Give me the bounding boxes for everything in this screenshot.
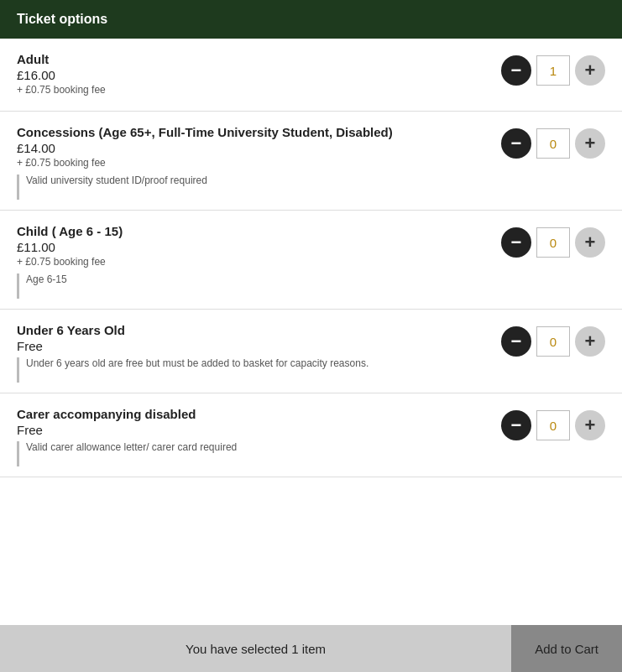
ticket-info-carer: Carer accompanying disabledFreeValid car… — [17, 407, 501, 466]
quantity-input-concessions[interactable] — [536, 128, 570, 159]
ticket-note-concessions: Valid university student ID/proof requir… — [17, 174, 501, 200]
ticket-name-child: Child ( Age 6 - 15) — [17, 224, 501, 238]
footer-bar: You have selected 1 item Add to Cart — [0, 625, 622, 672]
main-container: Ticket options Adult£16.00+ £0.75 bookin… — [0, 0, 622, 672]
plus-button-carer[interactable]: + — [575, 410, 605, 440]
ticket-name-adult: Adult — [17, 52, 501, 66]
ticket-info-child: Child ( Age 6 - 15)£11.00+ £0.75 booking… — [17, 224, 501, 299]
ticket-price-child: £11.00 — [17, 240, 501, 254]
quantity-input-adult[interactable] — [536, 55, 570, 86]
note-text-concessions: Valid university student ID/proof requir… — [26, 174, 207, 188]
ticket-price-concessions: £14.00 — [17, 141, 501, 155]
ticket-note-under6: Under 6 years old are free but must be a… — [17, 357, 501, 383]
note-text-carer: Valid carer allowance letter/ carer card… — [26, 440, 237, 455]
selected-items-text: You have selected 1 item — [0, 642, 511, 656]
minus-button-adult[interactable]: − — [501, 55, 531, 86]
ticket-info-under6: Under 6 Years OldFreeUnder 6 years old a… — [17, 323, 501, 383]
header: Ticket options — [0, 0, 622, 39]
ticket-name-concessions: Concessions (Age 65+, Full-Time Universi… — [17, 125, 501, 139]
plus-button-child[interactable]: + — [575, 227, 605, 258]
ticket-list: Adult£16.00+ £0.75 booking fee−+Concessi… — [0, 39, 622, 477]
note-text-under6: Under 6 years old are free but must be a… — [26, 357, 368, 371]
ticket-price-carer: Free — [17, 423, 501, 437]
ticket-item-concessions: Concessions (Age 65+, Full-Time Universi… — [0, 112, 622, 211]
ticket-note-carer: Valid carer allowance letter/ carer card… — [17, 440, 501, 466]
ticket-note-child: Age 6-15 — [17, 273, 501, 299]
add-to-cart-button[interactable]: Add to Cart — [511, 625, 622, 672]
note-bar-child — [17, 273, 19, 299]
quantity-input-carer[interactable] — [536, 410, 570, 440]
note-bar-concessions — [17, 175, 19, 200]
ticket-item-adult: Adult£16.00+ £0.75 booking fee−+ — [0, 39, 622, 112]
ticket-controls-concessions: −+ — [501, 128, 605, 159]
ticket-item-child: Child ( Age 6 - 15)£11.00+ £0.75 booking… — [0, 211, 622, 310]
ticket-controls-carer: −+ — [501, 410, 605, 440]
ticket-controls-child: −+ — [501, 227, 605, 258]
plus-button-under6[interactable]: + — [575, 326, 605, 357]
ticket-controls-adult: −+ — [501, 55, 605, 86]
minus-button-child[interactable]: − — [501, 227, 531, 258]
minus-button-concessions[interactable]: − — [501, 128, 531, 159]
bottom-spacer — [0, 477, 622, 528]
quantity-input-child[interactable] — [536, 227, 570, 258]
minus-button-carer[interactable]: − — [501, 410, 531, 440]
page-title: Ticket options — [17, 12, 107, 26]
ticket-item-carer: Carer accompanying disabledFreeValid car… — [0, 393, 622, 477]
ticket-name-carer: Carer accompanying disabled — [17, 407, 501, 421]
ticket-price-under6: Free — [17, 339, 501, 353]
note-bar-carer — [17, 441, 19, 466]
note-text-child: Age 6-15 — [26, 273, 67, 287]
ticket-item-under6: Under 6 Years OldFreeUnder 6 years old a… — [0, 310, 622, 393]
ticket-info-concessions: Concessions (Age 65+, Full-Time Universi… — [17, 125, 501, 200]
ticket-info-adult: Adult£16.00+ £0.75 booking fee — [17, 52, 501, 101]
minus-button-under6[interactable]: − — [501, 326, 531, 357]
ticket-controls-under6: −+ — [501, 326, 605, 357]
quantity-input-under6[interactable] — [536, 326, 570, 357]
ticket-price-adult: £16.00 — [17, 68, 501, 82]
ticket-name-under6: Under 6 Years Old — [17, 323, 501, 337]
note-bar-under6 — [17, 357, 19, 383]
ticket-fee-adult: + £0.75 booking fee — [17, 84, 501, 96]
plus-button-concessions[interactable]: + — [575, 128, 605, 159]
ticket-fee-child: + £0.75 booking fee — [17, 256, 501, 268]
ticket-fee-concessions: + £0.75 booking fee — [17, 157, 501, 169]
plus-button-adult[interactable]: + — [575, 55, 605, 86]
